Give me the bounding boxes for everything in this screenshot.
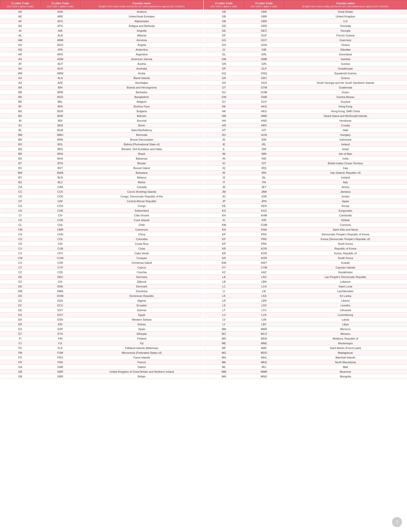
two-letter-code-cell: MM (204, 369, 244, 374)
table-row: KRKORKorea, Republic of (204, 251, 407, 256)
two-letter-code-cell: AG (0, 24, 40, 28)
table-row: CMCMRCameroon (0, 227, 203, 232)
three-letter-code-cell: BEL (40, 99, 80, 104)
two-letter-code-cell: LV (204, 317, 244, 322)
country-name-cell: Belarus (80, 175, 203, 180)
two-letter-code-cell: CC (0, 189, 40, 194)
two-letter-code-cell: GR (204, 76, 244, 81)
three-letter-code-cell: MHL (244, 355, 284, 360)
country-name-cell: Western Sahara (80, 317, 203, 322)
two-letter-code-cell: BF (0, 104, 40, 109)
table-row: CYCYPCyprus (0, 265, 203, 270)
table-row: JMJAMJamaica (204, 189, 407, 194)
two-letter-code-cell: HK (204, 104, 244, 109)
country-name-cell: Burkina Faso (80, 104, 203, 109)
three-letter-code-cell: FJI (40, 341, 80, 346)
table-row: LKLKASri Lanka (204, 294, 407, 298)
three-letter-code-cell: FSM (40, 351, 80, 355)
three-letter-code-cell: ISR (244, 147, 284, 152)
two-letter-code-cell: CV (0, 251, 40, 256)
two-letter-code-cell: BJ (0, 123, 40, 128)
two-letter-code-cell: GY (204, 99, 244, 104)
table-row: CDCODCongo, Democratic Republic of the (0, 194, 203, 199)
table-row: MDMDAMoldova, Republic of (204, 336, 407, 341)
three-letter-code-cell: KNA (244, 227, 284, 232)
table-row: KPPRKDemocratic People's Republic of Kor… (204, 232, 407, 237)
three-letter-code-cell: IMN (244, 152, 284, 156)
two-letter-code-cell: AZ (0, 81, 40, 85)
table-row: KPPRKNorth Korea (204, 242, 407, 246)
three-letter-code-cell: GEO (244, 28, 284, 33)
table-row: CACANCanada (0, 185, 203, 189)
country-name-cell: Bahrain (80, 114, 203, 118)
three-letter-code-cell: DNK (40, 284, 80, 289)
three-letter-code-cell: IRL (244, 142, 284, 147)
three-letter-code-cell: CAN (40, 185, 80, 189)
country-name-cell: Cameroon (80, 227, 203, 232)
table-row: BZBLZBelize (0, 180, 203, 185)
country-name-cell: Canada (80, 185, 203, 189)
two-letter-code-cell: GB (204, 9, 244, 14)
country-name-cell: Azerbaijan (80, 81, 203, 85)
right-col2-header: 3 Letter Code (ISO 3166-1 alpha-3 code) (244, 0, 284, 9)
country-name-cell: Dominica (80, 289, 203, 294)
table-row: ITITAItaly (204, 180, 407, 185)
country-name-cell: Guinea (284, 62, 407, 66)
country-name-cell: Italy (284, 180, 407, 185)
two-letter-code-cell: GH (204, 43, 244, 47)
country-name-cell: Moldova, Republic of (284, 336, 407, 341)
table-row: DEDEUGermany (0, 275, 203, 279)
three-letter-code-cell: GRD (244, 24, 284, 28)
three-letter-code-cell: GTM (244, 85, 284, 90)
country-name-cell: Iraq (284, 166, 407, 171)
table-row: IDIDNIndonesia (204, 137, 407, 142)
two-letter-code-cell: GN (204, 62, 244, 66)
table-row: BVBVTBouvet Island (0, 166, 203, 171)
country-name-cell: Cayman Islands (284, 265, 407, 270)
three-letter-code-cell: CHL (40, 223, 80, 227)
table-row: KIKIRKiribati (204, 218, 407, 223)
two-letter-code-cell: GL (204, 52, 244, 57)
two-letter-code-cell: GS (204, 81, 244, 85)
two-letter-code-cell: CK (0, 218, 40, 223)
country-name-cell: Argentina (80, 52, 203, 57)
table-row: BFBFABurkina Faso (0, 104, 203, 109)
table-row: AWABWAruba (0, 71, 203, 76)
two-letter-code-cell: GE (204, 28, 244, 33)
three-letter-code-cell: CCK (40, 189, 80, 194)
three-letter-code-cell: COL (40, 237, 80, 242)
country-name-cell: Honduras (284, 118, 407, 123)
three-letter-code-cell: GNQ (244, 71, 284, 76)
country-name-cell: Bouvet Island (80, 166, 203, 171)
country-name-cell: Botswana (80, 171, 203, 175)
three-letter-code-cell: ITA (244, 180, 284, 185)
three-letter-code-cell: IDN (244, 137, 284, 142)
two-letter-code-cell: AU (0, 66, 40, 71)
country-name-cell: United Kingdom of Great Britain and Nort… (80, 369, 203, 374)
country-name-cell: Dominican Republic (80, 294, 203, 298)
three-letter-code-cell: BEN (40, 123, 80, 128)
two-letter-code-cell: DK (0, 284, 40, 289)
two-letter-code-cell: BH (0, 114, 40, 118)
two-letter-code-cell: FK (0, 346, 40, 351)
table-row: ATAUTAustria (0, 62, 203, 66)
country-name-cell: Albania (80, 33, 203, 38)
three-letter-code-cell: GIB (244, 47, 284, 52)
country-name-cell: Guyana (284, 99, 407, 104)
two-letter-code-cell: AX (0, 76, 40, 81)
two-letter-code-cell: GG (204, 38, 244, 43)
three-letter-code-cell: GUY (244, 99, 284, 104)
table-row: ERERIEritrea (0, 322, 203, 327)
country-name-cell: Iceland (284, 175, 407, 180)
table-row: AXALAÅland Islands (0, 76, 203, 81)
three-letter-code-cell: LBY (244, 322, 284, 327)
table-row: FMFSMMicronesia (Federated States of) (0, 351, 203, 355)
three-letter-code-cell: MLI (244, 365, 284, 369)
two-letter-code-cell: AM (0, 38, 40, 43)
three-letter-code-cell: HRV (244, 123, 284, 128)
country-name-cell: Bonaire, Sint Eustatius and Saba (80, 147, 203, 152)
two-letter-code-cell: JO (204, 194, 244, 199)
three-letter-code-cell: ATG (40, 24, 80, 28)
two-letter-code-cell: CY (0, 265, 40, 270)
country-name-cell: Morocco (284, 327, 407, 332)
